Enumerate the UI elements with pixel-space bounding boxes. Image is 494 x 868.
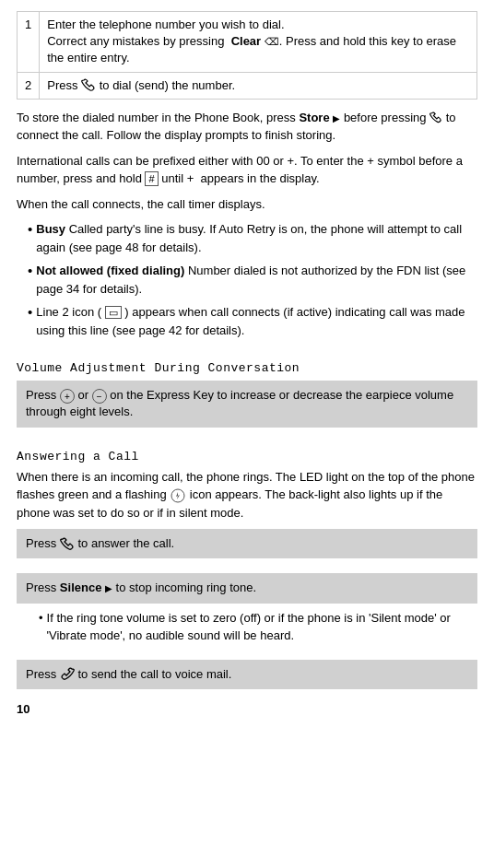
volume-section: Volume Adjustment During Conversation Pr… [17, 361, 477, 427]
busy-text: Busy Called party's line is busy. If Aut… [36, 220, 477, 256]
silent-mode-bullet: • If the ring tone volume is set to zero… [39, 609, 477, 645]
hash-icon: # [145, 171, 158, 186]
line2-bullet: • Line 2 icon ( ▭ ) appears when call co… [28, 303, 477, 339]
not-allowed-bullet: • Not allowed (fixed dialing) Number dia… [28, 262, 477, 298]
step-number-2: 2 [18, 72, 40, 99]
store-icon: ▶ [333, 113, 340, 123]
step-2-text: Press to dial (send) the number. [40, 72, 477, 99]
answer-phone-icon [60, 537, 75, 552]
silence-icon: ▶ [105, 583, 112, 593]
step-number-1: 1 [18, 12, 40, 73]
vol-up-icon: + [60, 389, 75, 404]
line2-text: Line 2 icon ( ▭ ) appears when call conn… [36, 303, 477, 339]
call-connects-paragraph: When the call connects, the call timer d… [17, 195, 477, 214]
busy-bullet: • Busy Called party's line is busy. If A… [28, 220, 477, 256]
clear-icon: ⌫ [265, 36, 279, 47]
sub-bullet-dot: • [39, 609, 43, 628]
silence-label: Silence [60, 581, 102, 594]
step-1-text: Enter the telephone number you wish to d… [40, 12, 477, 73]
not-allowed-text: Not allowed (fixed dialing) Number diale… [36, 262, 477, 298]
answer-call-box: Press to answer the call. [17, 529, 477, 558]
connect-icon-inline [429, 111, 442, 124]
silent-mode-text: If the ring tone volume is set to zero (… [47, 609, 477, 645]
answering-intro: When there is an incoming call, the phon… [17, 468, 477, 522]
vol-down-icon: − [92, 389, 107, 404]
voicemail-box: Press to send the call to voice mail. [17, 660, 477, 689]
clear-label: Clear [231, 34, 262, 48]
answering-heading: Answering a Call [17, 450, 477, 463]
flash-icon [170, 487, 186, 504]
answering-section: Answering a Call When there is an incomi… [17, 450, 477, 689]
page-number: 10 [17, 702, 477, 716]
table-row: 2 Press to dial (send) the number. [18, 72, 477, 99]
silence-box: Press Silence ▶ to stop incoming ring to… [17, 573, 477, 603]
volume-box: Press + or − on the Express Key to incre… [17, 381, 477, 427]
store-paragraph: To store the dialed number in the Phone … [17, 109, 477, 145]
steps-table: 1 Enter the telephone number you wish to… [17, 11, 477, 100]
voicemail-icon [60, 667, 75, 682]
line2-icon: ▭ [105, 306, 122, 319]
intl-paragraph: International calls can be prefixed eith… [17, 152, 477, 188]
bullet-dot-busy: • [28, 220, 32, 239]
volume-heading: Volume Adjustment During Conversation [17, 361, 477, 375]
dial-icon [81, 78, 96, 93]
table-row: 1 Enter the telephone number you wish to… [18, 12, 477, 73]
bullet-dot-line2: • [28, 303, 32, 322]
bullet-dot-notallowed: • [28, 262, 32, 280]
